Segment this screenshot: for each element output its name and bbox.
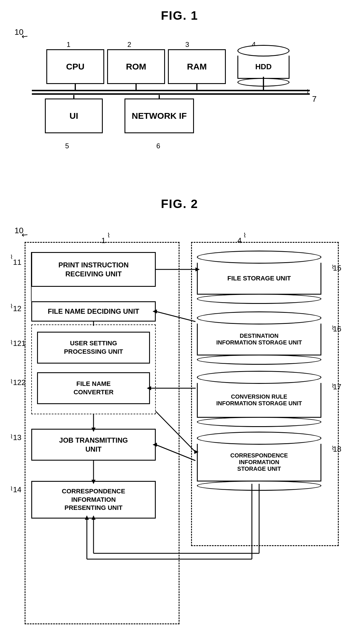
- conversion-rule-cylinder: CONVERSION RULEINFORMATION STORAGE UNIT: [197, 371, 321, 427]
- bus-label-7: 7: [312, 94, 317, 104]
- label-12: 12: [13, 304, 21, 313]
- label-122: 122: [13, 378, 25, 387]
- file-name-converter-box: FILE NAMECONVERTER: [37, 372, 150, 404]
- ui-connector: [73, 95, 74, 99]
- squiggle-12: ⌇: [10, 303, 13, 310]
- squiggle-13: ⌇: [10, 433, 13, 440]
- ram-box: RAM: [168, 49, 226, 84]
- label-13: 13: [13, 433, 21, 442]
- fig2-title: FIG. 2: [0, 191, 359, 211]
- file-storage-cylinder: FILE STORAGE UNIT: [197, 251, 321, 304]
- squiggle-18: ⌇: [331, 445, 334, 452]
- cpu-box: CPU: [46, 49, 104, 84]
- fig2-hdd-arrow: ⌇: [243, 232, 246, 239]
- bus-top-line: [32, 90, 310, 91]
- fig2-area: FIG. 2 10 ↙ 1 ⌇ 4 ⌇ 11 ⌇ PRINT INSTRUCTI…: [0, 191, 359, 644]
- print-instruction-box: PRINT INSTRUCTIONRECEIVING UNIT: [31, 252, 156, 287]
- networkif-number: 6: [156, 142, 160, 150]
- hdd-connector: [263, 77, 264, 91]
- full-diagram: FIG. 1 10 ↙ 1 2 3 4 CPU ROM RAM HDD: [0, 0, 359, 644]
- ui-number: 5: [65, 142, 69, 150]
- correspondence-presenting-box: CORRESPONDENCEINFORMATIONPRESENTING UNIT: [31, 481, 156, 519]
- ram-number: 3: [185, 41, 189, 49]
- squiggle-16: ⌇: [331, 324, 334, 331]
- squiggle-122: ⌇: [10, 378, 13, 385]
- correspondence-storage-cylinder: CORRESPONDENCEINFORMATIONSTORAGE UNIT: [197, 432, 321, 491]
- cpu-number: 1: [67, 41, 70, 49]
- file-name-deciding-box: FILE NAME DECIDING UNIT: [31, 301, 156, 322]
- bus-squiggle: ⌇: [306, 88, 309, 96]
- rom-box: ROM: [107, 49, 165, 84]
- squiggle-17: ⌇: [331, 382, 334, 389]
- fig1-title: FIG. 1: [0, 0, 359, 23]
- network-if-box: NETWORK IF: [124, 98, 194, 133]
- ram-connector: [196, 84, 197, 90]
- user-setting-box: USER SETTINGPROCESSING UNIT: [37, 332, 150, 364]
- squiggle-121: ⌇: [10, 339, 13, 346]
- squiggle-14: ⌇: [10, 485, 13, 492]
- rom-connector: [135, 84, 137, 90]
- job-transmitting-box: JOB TRANSMITTINGUNIT: [31, 429, 156, 461]
- rom-number: 2: [127, 41, 131, 49]
- fig1-area: FIG. 1 10 ↙ 1 2 3 4 CPU ROM RAM HDD: [0, 0, 359, 188]
- fig2-cpu-arrow: ⌇: [107, 232, 110, 239]
- label-14: 14: [13, 485, 21, 494]
- ui-box: UI: [45, 98, 103, 133]
- label-11: 11: [13, 258, 21, 267]
- networkif-connector: [159, 95, 160, 99]
- squiggle-11: ⌇: [10, 253, 13, 260]
- destination-info-cylinder: DESTINATIONINFORMATION STORAGE UNIT: [197, 311, 321, 365]
- squiggle-15: ⌇: [331, 264, 334, 271]
- label-121: 121: [13, 339, 25, 348]
- bus-bottom-line: [32, 93, 310, 95]
- cpu-connector: [75, 84, 76, 90]
